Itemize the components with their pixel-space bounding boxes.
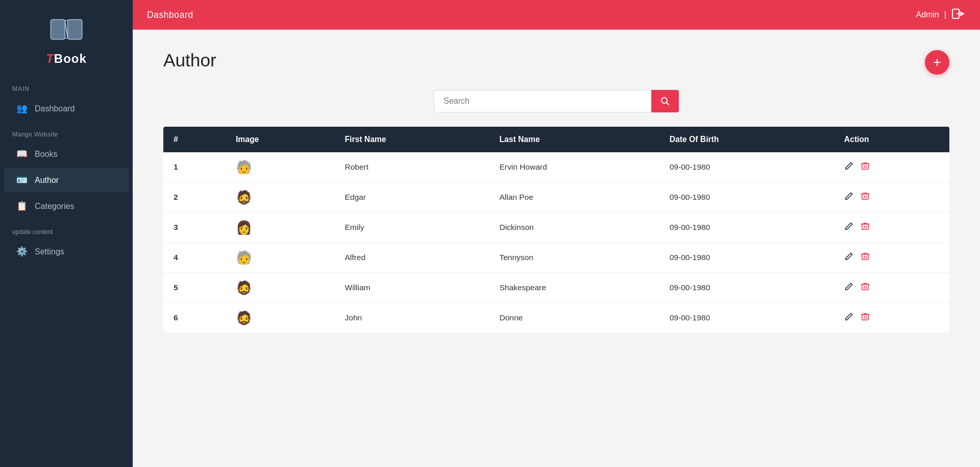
table-row: 6 🧔 John Donne 09-00-1980 — [163, 303, 949, 333]
author-icon: 🪪 — [16, 175, 28, 185]
delete-button[interactable] — [861, 161, 870, 173]
table-header-row: # Image First Name Last Name Date Of Bir… — [163, 127, 949, 152]
delete-button[interactable] — [861, 192, 870, 203]
col-last-name: Last Name — [489, 127, 659, 152]
app-logo-icon — [48, 15, 84, 45]
topbar-user-area: Admin | — [916, 7, 966, 24]
edit-button[interactable] — [844, 222, 853, 233]
sidebar-label-dashboard: Dashboard — [35, 104, 75, 113]
cell-last-name: Donne — [489, 303, 659, 333]
edit-button[interactable] — [844, 252, 853, 264]
search-form — [434, 90, 679, 112]
cell-last-name: Shakespeare — [489, 273, 659, 303]
cell-last-name: Tennyson — [489, 243, 659, 273]
cell-last-name: Allan Poe — [489, 182, 659, 213]
cell-num: 1 — [163, 152, 226, 182]
edit-button[interactable] — [844, 161, 853, 173]
delete-button[interactable] — [861, 282, 870, 294]
cell-avatar: 🧔 — [226, 273, 335, 303]
cell-first-name: Emily — [335, 213, 489, 243]
table-row: 4 🧓 Alfred Tennyson 09-00-1980 — [163, 243, 949, 273]
main-area: Dashboard Admin | Author + — [133, 0, 980, 467]
cell-dob: 09-00-1980 — [659, 273, 834, 303]
svg-rect-0 — [51, 19, 65, 39]
cell-dob: 09-00-1980 — [659, 303, 834, 333]
cell-dob: 09-00-1980 — [659, 243, 834, 273]
cell-first-name: William — [335, 273, 489, 303]
cell-num: 2 — [163, 182, 226, 213]
table-body: 1 🧓 Robert Ervin Howard 09-00-1980 — [163, 152, 949, 333]
sidebar-label-categories: Categories — [35, 202, 74, 211]
cell-action — [834, 303, 949, 333]
cell-num: 6 — [163, 303, 226, 333]
sidebar-item-categories[interactable]: 📋 Categories — [4, 194, 129, 218]
col-dob: Date Of Birth — [659, 127, 834, 152]
edit-button[interactable] — [844, 282, 853, 294]
sidebar-label-author: Author — [35, 176, 59, 185]
app-title: TBook — [46, 52, 87, 66]
svg-rect-1 — [68, 19, 82, 39]
svg-rect-13 — [862, 254, 869, 260]
svg-line-9 — [667, 103, 669, 105]
sidebar-item-author[interactable]: 🪪 Author — [4, 168, 129, 192]
topbar: Dashboard Admin | — [133, 0, 980, 30]
cell-first-name: John — [335, 303, 489, 333]
cell-action — [834, 182, 949, 213]
cell-first-name: Alfred — [335, 243, 489, 273]
sidebar-label-settings: Settings — [35, 247, 64, 256]
sidebar-item-dashboard[interactable]: 👥 Dashboard — [4, 97, 129, 121]
categories-icon: 📋 — [16, 201, 28, 212]
col-num: # — [163, 127, 226, 152]
svg-rect-10 — [862, 164, 869, 169]
sidebar: TBook Main 👥 Dashboard Mange Website 📖 B… — [0, 0, 133, 467]
edit-button[interactable] — [844, 312, 853, 324]
sidebar-section-main: Main — [0, 76, 133, 96]
cell-action — [834, 152, 949, 182]
cell-dob: 09-00-1980 — [659, 213, 834, 243]
page-title: Author — [163, 50, 216, 71]
cell-avatar: 🧔 — [226, 182, 335, 213]
cell-avatar: 🧔 — [226, 303, 335, 333]
topbar-username: Admin — [916, 10, 939, 19]
table-row: 2 🧔 Edgar Allan Poe 09-00-1980 — [163, 182, 949, 213]
search-button[interactable] — [651, 90, 679, 112]
content-header: Author + — [163, 50, 949, 75]
delete-button[interactable] — [861, 312, 870, 324]
cell-num: 3 — [163, 213, 226, 243]
table-row: 1 🧓 Robert Ervin Howard 09-00-1980 — [163, 152, 949, 182]
logout-icon[interactable] — [951, 7, 966, 24]
dashboard-icon: 👥 — [16, 103, 28, 114]
cell-dob: 09-00-1980 — [659, 152, 834, 182]
svg-rect-12 — [862, 224, 869, 229]
delete-button[interactable] — [861, 252, 870, 264]
app-title-t: T — [46, 52, 54, 65]
svg-rect-15 — [862, 314, 869, 320]
topbar-separator: | — [944, 10, 946, 19]
cell-avatar: 👩 — [226, 213, 335, 243]
table-row: 5 🧔 William Shakespeare 09-00-1980 — [163, 273, 949, 303]
sidebar-item-books[interactable]: 📖 Books — [4, 142, 129, 166]
col-action: Action — [834, 127, 949, 152]
logo-area: TBook — [0, 0, 133, 76]
svg-rect-14 — [862, 284, 869, 290]
col-first-name: First Name — [335, 127, 489, 152]
app-title-book: Book — [54, 52, 87, 65]
cell-avatar: 🧓 — [226, 152, 335, 182]
add-author-button[interactable]: + — [925, 50, 949, 75]
content-area: Author + # Image First Name — [133, 30, 980, 467]
cell-action — [834, 213, 949, 243]
cell-first-name: Edgar — [335, 182, 489, 213]
authors-table: # Image First Name Last Name Date Of Bir… — [163, 127, 949, 333]
sidebar-section-manage: Mange Website — [0, 122, 133, 141]
delete-button[interactable] — [861, 222, 870, 233]
edit-button[interactable] — [844, 192, 853, 203]
cell-avatar: 🧓 — [226, 243, 335, 273]
cell-first-name: Robert — [335, 152, 489, 182]
cell-dob: 09-00-1980 — [659, 182, 834, 213]
topbar-title: Dashboard — [147, 10, 193, 20]
cell-action — [834, 243, 949, 273]
cell-num: 4 — [163, 243, 226, 273]
sidebar-item-settings[interactable]: ⚙️ Settings — [4, 240, 129, 264]
search-input[interactable] — [434, 90, 651, 112]
cell-action — [834, 273, 949, 303]
